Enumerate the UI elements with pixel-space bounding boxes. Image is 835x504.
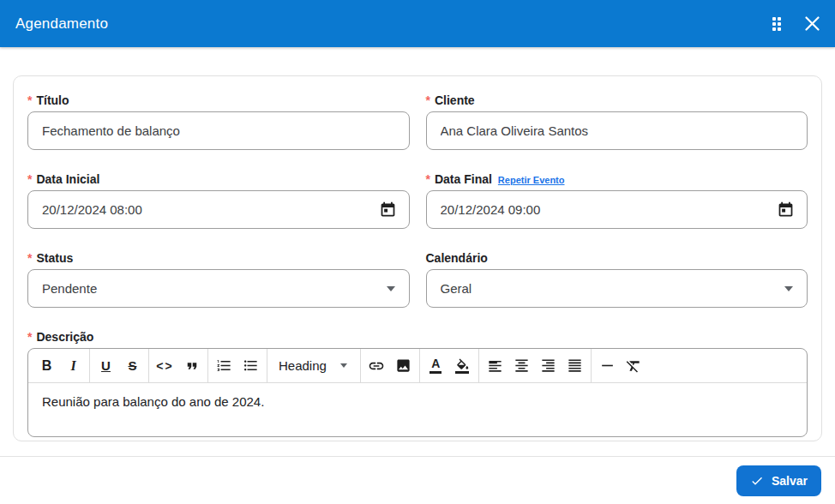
cliente-label-row: * Cliente [426,93,808,107]
repeat-event-link[interactable]: Repetir Evento [498,175,565,185]
calendario-label: Calendário [426,251,488,265]
cliente-input[interactable] [441,123,796,138]
titulo-control [27,111,410,150]
save-button[interactable]: Salvar [736,465,821,496]
calendar-icon [777,201,795,219]
close-button[interactable] [805,16,820,31]
align-right-button[interactable] [535,349,562,383]
toolbar-divider [591,349,592,383]
required-marker: * [27,330,32,344]
descricao-label-row: * Descrição [27,330,808,344]
field-data-final: * Data Final Repetir Evento [426,172,808,229]
close-icon [805,16,820,31]
data-inicial-label-row: * Data Inicial [27,172,410,186]
required-marker: * [27,251,32,265]
status-select[interactable]: Pendente [27,269,410,308]
toolbar-divider [360,349,361,383]
data-inicial-control [27,190,410,229]
toolbar-divider [478,349,479,383]
horizontal-rule-icon [599,357,616,374]
blockquote-button[interactable] [178,349,205,383]
titlebar-actions [772,16,820,31]
check-icon [750,474,764,488]
cliente-control [426,111,808,150]
toolbar-divider [148,349,149,383]
align-center-icon [514,357,530,374]
code-button[interactable]: <> [152,349,178,383]
data-inicial-label: Data Inicial [36,172,99,186]
clear-format-button[interactable] [621,349,647,383]
required-marker: * [426,93,430,107]
text-color-icon: A [430,357,442,374]
calendario-selected-value: Geral [441,281,472,296]
titulo-input[interactable] [42,123,397,138]
drag-handle-icon[interactable] [772,17,781,31]
link-icon [368,357,385,375]
required-marker: * [27,172,32,186]
descricao-content[interactable]: Reunião para balanço do ano de 2024. [28,383,807,436]
align-right-icon [540,357,556,374]
text-color-button[interactable]: A [423,349,449,383]
align-justify-button[interactable] [562,349,588,383]
status-label: Status [36,251,73,265]
insert-link-button[interactable] [363,349,390,383]
bold-button[interactable]: B [33,349,60,383]
save-button-label: Salvar [772,474,808,488]
bullet-list-icon [243,357,259,374]
toolbar-divider [419,349,420,383]
field-status: * Status Pendente [27,251,410,308]
calendario-select[interactable]: Geral [426,269,808,308]
field-titulo: * Título [27,93,410,150]
field-descricao: * Descrição B I U S <> [27,330,808,437]
chevron-down-icon [340,363,347,368]
strikethrough-button[interactable]: S [119,349,146,383]
quote-icon [184,358,200,374]
cliente-label: Cliente [435,93,475,107]
data-inicial-calendar-button[interactable] [379,201,397,219]
descricao-label: Descrição [36,330,93,344]
dialog-footer: Salvar [0,456,835,504]
align-left-icon [487,357,503,374]
data-final-calendar-button[interactable] [777,201,795,219]
heading-dropdown[interactable]: Heading [270,349,357,383]
editor-toolbar: B I U S <> [28,349,807,383]
status-label-row: * Status [27,251,410,265]
toolbar-divider [207,349,208,383]
data-final-label-row: * Data Final Repetir Evento [426,172,808,186]
data-final-control [426,190,808,229]
data-final-input[interactable] [441,202,771,217]
insert-image-button[interactable] [390,349,417,383]
field-calendario: Calendário Geral [426,251,808,308]
calendar-icon [379,201,397,219]
underline-button[interactable]: U [93,349,119,383]
bullet-list-button[interactable] [237,349,264,383]
titulo-label-row: * Título [27,93,410,107]
clear-format-icon [625,357,642,375]
data-final-label: Data Final [435,172,492,186]
calendario-label-row: Calendário [426,251,808,265]
titulo-label: Título [36,93,69,107]
toolbar-divider [267,349,267,383]
dialog-titlebar: Agendamento [0,0,835,47]
align-center-button[interactable] [508,349,535,383]
ordered-list-icon [216,357,232,374]
form-card: * Título * Cliente * Data Inicial [13,75,822,441]
required-marker: * [426,172,430,186]
align-left-button[interactable] [482,349,508,383]
italic-button[interactable]: I [60,349,87,383]
align-justify-icon [567,357,583,374]
chevron-down-icon [387,286,395,291]
chevron-down-icon [784,286,793,291]
heading-dropdown-label: Heading [279,358,327,373]
status-selected-value: Pendente [42,281,97,296]
required-marker: * [27,93,32,107]
data-inicial-input[interactable] [42,202,372,217]
field-cliente: * Cliente [426,93,808,150]
field-data-inicial: * Data Inicial [27,172,410,229]
rich-text-editor: B I U S <> [27,348,808,437]
toolbar-divider [89,349,90,383]
ordered-list-button[interactable] [211,349,237,383]
dialog-title: Agendamento [15,15,108,33]
horizontal-rule-button[interactable] [594,349,621,383]
fill-color-button[interactable] [449,349,476,383]
